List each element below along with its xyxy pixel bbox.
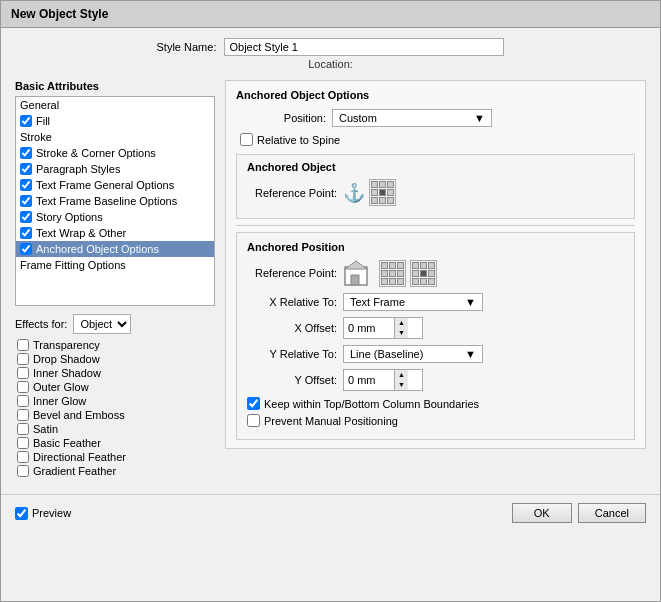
position-value: Custom (339, 112, 377, 124)
anchored-object-title: Anchored Object (247, 161, 624, 173)
effect-drop-shadow[interactable]: Drop Shadow (15, 352, 215, 366)
keep-within-row: Keep within Top/Bottom Column Boundaries (247, 397, 624, 410)
list-item-general[interactable]: General (16, 97, 214, 113)
anchor-icon[interactable]: ⚓ (343, 182, 365, 204)
x-relative-dropdown[interactable]: Text Frame ▼ (343, 293, 483, 311)
effects-label: Effects for: (15, 318, 67, 330)
anch-obj-refpoint-grid[interactable] (369, 179, 396, 206)
bevel-emboss-checkbox[interactable] (17, 409, 29, 421)
footer-left: Preview (15, 507, 71, 520)
stroke-corner-checkbox[interactable] (20, 147, 32, 159)
effect-satin[interactable]: Satin (15, 422, 215, 436)
list-item-fill[interactable]: Fill (16, 113, 214, 129)
effect-bevel-emboss[interactable]: Bevel and Emboss (15, 408, 215, 422)
y-offset-input[interactable] (344, 372, 394, 388)
tf-general-checkbox[interactable] (20, 179, 32, 191)
left-panel: Basic Attributes General Fill Stroke Str (15, 80, 215, 478)
paragraph-styles-label: Paragraph Styles (36, 163, 120, 175)
dialog-title: New Object Style (11, 7, 108, 21)
y-relative-dropdown[interactable]: Line (Baseline) ▼ (343, 345, 483, 363)
basic-feather-checkbox[interactable] (17, 437, 29, 449)
anch-pos-left-grid[interactable] (379, 260, 406, 287)
tf-general-label: Text Frame General Options (36, 179, 174, 191)
list-item-anchored[interactable]: Anchored Object Options (16, 241, 214, 257)
keep-within-checkbox[interactable] (247, 397, 260, 410)
effects-row: Effects for: Object (15, 314, 215, 334)
anchored-options-title: Anchored Object Options (236, 89, 635, 101)
effect-basic-feather[interactable]: Basic Feather (15, 436, 215, 450)
story-checkbox[interactable] (20, 211, 32, 223)
effects-select[interactable]: Object (73, 314, 131, 334)
directional-feather-checkbox[interactable] (17, 451, 29, 463)
relative-spine-checkbox[interactable] (240, 133, 253, 146)
gradient-feather-label: Gradient Feather (33, 465, 116, 477)
anch-pos-refpoint-label: Reference Point: (247, 267, 337, 279)
frame-fitting-label: Frame Fitting Options (20, 259, 126, 271)
ok-button[interactable]: OK (512, 503, 572, 523)
satin-checkbox[interactable] (17, 423, 29, 435)
inner-shadow-checkbox[interactable] (17, 367, 29, 379)
y-offset-down-button[interactable]: ▼ (395, 380, 408, 390)
drop-shadow-checkbox[interactable] (17, 353, 29, 365)
anch-pos-right-grid[interactable] (410, 260, 437, 287)
effect-transparency[interactable]: Transparency (15, 338, 215, 352)
x-relative-label: X Relative To: (247, 296, 337, 308)
cancel-button[interactable]: Cancel (578, 503, 646, 523)
prevent-manual-checkbox[interactable] (247, 414, 260, 427)
bevel-emboss-label: Bevel and Emboss (33, 409, 125, 421)
outer-glow-label: Outer Glow (33, 381, 89, 393)
x-offset-down-button[interactable]: ▼ (395, 328, 408, 338)
x-offset-up-button[interactable]: ▲ (395, 318, 408, 328)
y-offset-label: Y Offset: (247, 374, 337, 386)
inner-glow-checkbox[interactable] (17, 395, 29, 407)
anchored-object-subsection: Anchored Object Reference Point: ⚓ (236, 154, 635, 219)
preview-checkbox[interactable] (15, 507, 28, 520)
effect-gradient-feather[interactable]: Gradient Feather (15, 464, 215, 478)
fill-checkbox[interactable] (20, 115, 32, 127)
effects-list: Transparency Drop Shadow Inner Shadow Ou… (15, 338, 215, 478)
style-name-input[interactable] (224, 38, 504, 56)
anchored-position-subsection: Anchored Position Reference Point: (236, 232, 635, 440)
list-item-paragraph-styles[interactable]: Paragraph Styles (16, 161, 214, 177)
x-offset-label: X Offset: (247, 322, 337, 334)
directional-feather-label: Directional Feather (33, 451, 126, 463)
stroke-corner-label: Stroke & Corner Options (36, 147, 156, 159)
y-relative-dropdown-arrow-icon: ▼ (465, 348, 476, 360)
list-item-frame-fitting[interactable]: Frame Fitting Options (16, 257, 214, 273)
basic-attributes-list[interactable]: General Fill Stroke Stroke & Corner Opti… (15, 96, 215, 306)
list-item-tf-general[interactable]: Text Frame General Options (16, 177, 214, 193)
x-relative-row: X Relative To: Text Frame ▼ (247, 293, 624, 311)
y-relative-row: Y Relative To: Line (Baseline) ▼ (247, 345, 624, 363)
anchored-checkbox[interactable] (20, 243, 32, 255)
x-relative-value: Text Frame (350, 296, 405, 308)
x-offset-input[interactable] (344, 320, 394, 336)
text-wrap-checkbox[interactable] (20, 227, 32, 239)
satin-label: Satin (33, 423, 58, 435)
transparency-checkbox[interactable] (17, 339, 29, 351)
title-bar: New Object Style (1, 1, 660, 28)
anchored-position-title: Anchored Position (247, 241, 624, 253)
list-item-stroke[interactable]: Stroke (16, 129, 214, 145)
page-icon (343, 259, 375, 287)
list-item-story[interactable]: Story Options (16, 209, 214, 225)
list-item-text-wrap[interactable]: Text Wrap & Other (16, 225, 214, 241)
gradient-feather-checkbox[interactable] (17, 465, 29, 477)
effect-directional-feather[interactable]: Directional Feather (15, 450, 215, 464)
outer-glow-checkbox[interactable] (17, 381, 29, 393)
transparency-label: Transparency (33, 339, 100, 351)
effect-outer-glow[interactable]: Outer Glow (15, 380, 215, 394)
anch-obj-refpoint-row: Reference Point: ⚓ (247, 179, 624, 206)
position-dropdown[interactable]: Custom ▼ (332, 109, 492, 127)
list-item-stroke-corner[interactable]: Stroke & Corner Options (16, 145, 214, 161)
text-wrap-label: Text Wrap & Other (36, 227, 126, 239)
relative-spine-label: Relative to Spine (257, 134, 340, 146)
effect-inner-glow[interactable]: Inner Glow (15, 394, 215, 408)
list-item-tf-baseline[interactable]: Text Frame Baseline Options (16, 193, 214, 209)
effect-inner-shadow[interactable]: Inner Shadow (15, 366, 215, 380)
paragraph-styles-checkbox[interactable] (20, 163, 32, 175)
y-offset-up-button[interactable]: ▲ (395, 370, 408, 380)
prevent-manual-row: Prevent Manual Positioning (247, 414, 624, 427)
footer-right: OK Cancel (512, 503, 646, 523)
inner-shadow-label: Inner Shadow (33, 367, 101, 379)
tf-baseline-checkbox[interactable] (20, 195, 32, 207)
